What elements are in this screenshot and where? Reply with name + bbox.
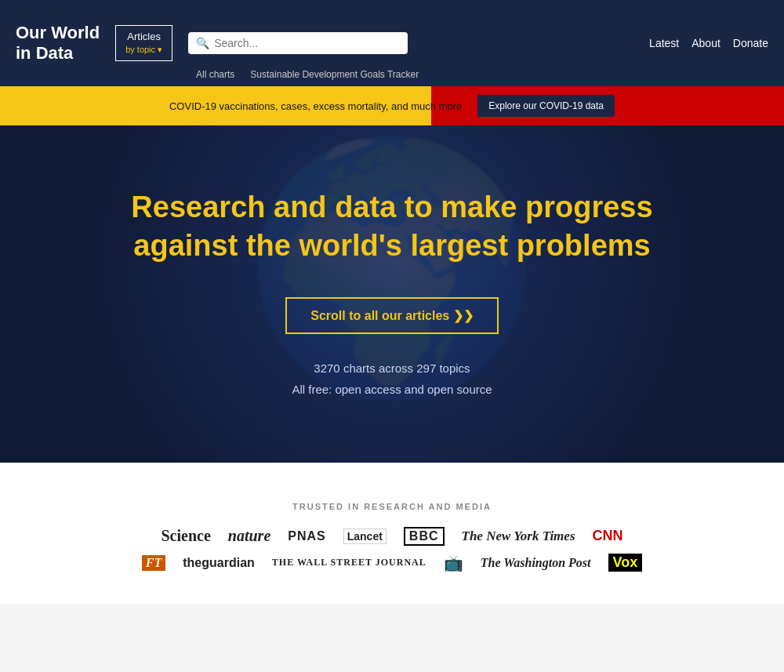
guardian-logo: theguardian [183, 556, 255, 570]
open-access-text: All free: open access and open source [292, 379, 492, 400]
hero-section: Research and data to make progress again… [0, 125, 784, 463]
nature-logo: nature [228, 527, 270, 545]
nav-links: Latest About Donate [649, 37, 768, 49]
sub-nav: All charts Sustainable Development Goals… [0, 69, 784, 86]
logos-row-1: Science nature PNAS Lancet BBC The New Y… [162, 527, 623, 546]
search-icon: 🔍 [196, 37, 209, 49]
site-logo[interactable]: Our World in Data [16, 23, 100, 64]
sub-nav-sdg-tracker[interactable]: Sustainable Development Goals Tracker [250, 69, 419, 80]
vox-logo: Vox [608, 554, 643, 572]
search-container: 🔍 [188, 32, 408, 54]
lancet-logo: Lancet [343, 529, 387, 544]
wapo-logo: The Washington Post [481, 556, 591, 570]
logo-line2: in Data [16, 43, 73, 63]
science-logo: Science [162, 527, 211, 545]
scroll-to-articles-button[interactable]: Scroll to all our articles ❯❯ [285, 297, 498, 334]
nav-donate[interactable]: Donate [733, 37, 768, 49]
sub-nav-all-charts[interactable]: All charts [196, 69, 234, 80]
announcement-text: COVID-19 vaccinations, cases, excess mor… [169, 100, 462, 112]
charts-count: 3270 charts across 297 topics [292, 358, 492, 379]
logo-line1: Our World [16, 23, 100, 42]
nav-latest[interactable]: Latest [649, 37, 679, 49]
navbar: Our World in Data Articles by topic ▾ 🔍 … [0, 0, 784, 86]
hero-stats: 3270 charts across 297 topics All free: … [292, 358, 492, 400]
ft-logo: FT [142, 555, 165, 571]
trusted-section: TRUSTED IN RESEARCH AND MEDIA Science na… [0, 463, 784, 604]
by-topic-label: by topic ▾ [125, 44, 162, 55]
nav-about[interactable]: About [691, 37, 720, 49]
logos-row-2: FT theguardian THE WALL STREET JOURNAL 📺… [142, 554, 642, 572]
bbc-logo: BBC [404, 527, 445, 546]
wsj-logo: THE WALL STREET JOURNAL [272, 557, 426, 568]
announcement-bar: COVID-19 vaccinations, cases, excess mor… [0, 86, 784, 125]
cnn-logo: CNN [593, 528, 623, 544]
nbc-logo: 📺 [444, 554, 463, 572]
pnas-logo: PNAS [288, 529, 325, 543]
hero-title: Research and data to make progress again… [118, 188, 666, 266]
nyt-logo: The New York Times [462, 529, 575, 544]
explore-covid-button[interactable]: Explore our COVID-19 data [477, 95, 615, 117]
hero-background-map [0, 125, 784, 463]
articles-by-topic-button[interactable]: Articles by topic ▾ [115, 25, 172, 60]
trusted-label: TRUSTED IN RESEARCH AND MEDIA [292, 502, 492, 511]
articles-label: Articles [127, 31, 161, 44]
search-input[interactable] [214, 37, 400, 49]
